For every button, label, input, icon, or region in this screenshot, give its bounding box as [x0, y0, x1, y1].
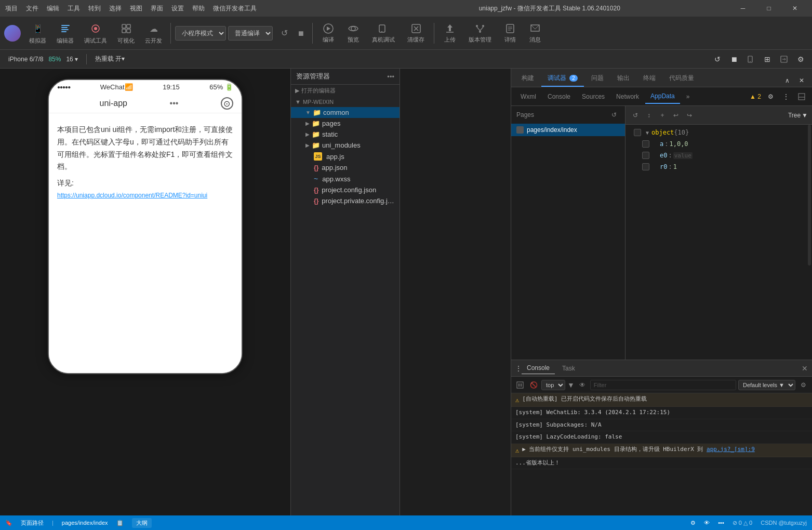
status-copy-icon[interactable]: 📋	[116, 520, 124, 526]
tab-terminal[interactable]: 终端	[637, 71, 662, 87]
page-item-index[interactable]: pages/index/index	[511, 124, 625, 136]
folder-static[interactable]: ▶ 📁 static	[291, 129, 400, 140]
tab-sources[interactable]: Sources	[577, 90, 610, 103]
phone-menu[interactable]: •••	[170, 99, 179, 108]
tab-console[interactable]: Console	[542, 90, 576, 103]
version-button[interactable]: 版本管理	[463, 20, 497, 46]
menu-view[interactable]: 视图	[130, 4, 142, 13]
tab-output[interactable]: 输出	[611, 71, 636, 87]
tree-checkbox-root[interactable]	[634, 129, 641, 136]
menu-settings[interactable]: 设置	[171, 4, 184, 13]
tab-code-quality[interactable]: 代码质量	[663, 71, 700, 87]
console-run-btn[interactable]	[514, 379, 526, 391]
tree-refresh-btn[interactable]: ↺	[630, 110, 641, 121]
pages-refresh-btn[interactable]: ↺	[608, 109, 620, 121]
file-project-config[interactable]: {} project.config.json	[291, 184, 400, 195]
stop-icon-btn[interactable]: ⏹	[727, 52, 741, 67]
cloud-button[interactable]: ☁ 云开发	[141, 19, 166, 47]
refresh-button[interactable]: ↺	[277, 26, 291, 41]
share-icon-btn[interactable]	[777, 52, 791, 67]
tree-value-e0[interactable]: value	[673, 152, 693, 159]
tree-view-dropdown[interactable]: Tree ▼	[788, 112, 808, 119]
status-eye-icon[interactable]: 👁	[704, 520, 710, 526]
hotreload-toggle[interactable]: 热重载 开▾	[91, 53, 129, 65]
tab-more[interactable]: »	[681, 90, 695, 103]
phone-home[interactable]: ⊙	[221, 97, 233, 110]
tree-checkbox-e0[interactable]	[642, 152, 649, 159]
console-top-select[interactable]: top	[541, 380, 565, 390]
tree-redo-btn[interactable]: ↪	[684, 110, 695, 121]
tree-value-r0[interactable]: 1	[673, 163, 677, 170]
close-button[interactable]: ✕	[783, 0, 807, 17]
file-app-wxss[interactable]: ~ app.wxss	[291, 173, 400, 184]
status-more-icon[interactable]: •••	[718, 520, 724, 526]
menu-file[interactable]: 文件	[26, 4, 38, 13]
code-link-1[interactable]: app.js?_[sm]:9	[707, 446, 755, 453]
console-inspect-btn[interactable]: 👁	[577, 379, 588, 391]
devtools-close-btn[interactable]: ✕	[795, 74, 808, 87]
tree-expand-root[interactable]: ▼	[643, 128, 651, 137]
stop-button[interactable]: ⏹	[294, 26, 308, 41]
explorer-more[interactable]: •••	[387, 73, 394, 81]
tree-checkbox-r0[interactable]	[642, 163, 649, 170]
minimize-button[interactable]: ─	[731, 0, 755, 17]
folder-uni-modules[interactable]: ▶ 📁 uni_modules	[291, 140, 400, 151]
menu-goto[interactable]: 转到	[88, 4, 101, 13]
file-project-private-config[interactable]: {} project.private.config.js...	[291, 195, 400, 206]
console-close-btn[interactable]: ✕	[802, 364, 808, 373]
menu-wechat[interactable]: 微信开发者工具	[213, 4, 257, 13]
menu-bar[interactable]: 项目 文件 编辑 工具 转到 选择 视图 界面 设置 帮助 微信开发者工具	[5, 4, 368, 13]
phone-icon-btn[interactable]	[743, 52, 758, 67]
compile-select[interactable]: 普通编译	[228, 26, 273, 41]
tab-debugger[interactable]: 调试器 2	[541, 71, 584, 87]
tree-value-a[interactable]: 1,0,0	[669, 140, 688, 148]
devtools-dock-btn[interactable]	[795, 90, 808, 103]
tree-add-btn[interactable]: +	[657, 110, 668, 121]
refresh-icon-btn[interactable]: ↺	[710, 52, 725, 67]
tab-network[interactable]: Network	[611, 90, 644, 103]
simulator-button[interactable]: 📱 模拟器	[25, 19, 50, 47]
console-levels-select[interactable]: Default levels ▼	[738, 380, 795, 390]
status-settings-icon[interactable]: ⚙	[690, 520, 696, 526]
settings-icon-btn[interactable]: ⚙	[793, 52, 808, 67]
console-settings-btn[interactable]: ⚙	[797, 379, 809, 391]
split-icon-btn[interactable]: ⊞	[760, 52, 775, 67]
mp-weixin-header[interactable]: ▼ MP-WEIXIN	[291, 97, 400, 107]
outline-section-label[interactable]: 大纲	[132, 518, 152, 528]
open-editors-header[interactable]: ▶ 打开的编辑器	[291, 85, 400, 97]
tab-wxml[interactable]: Wxml	[515, 90, 541, 103]
menu-select[interactable]: 选择	[109, 4, 122, 13]
menu-project[interactable]: 项目	[5, 4, 18, 13]
devtools-settings-btn[interactable]: ⚙	[764, 90, 777, 103]
upload-button[interactable]: 上传	[438, 20, 461, 46]
menu-tools[interactable]: 工具	[68, 4, 80, 13]
clear-cache-button[interactable]: 清缓存	[402, 20, 430, 46]
console-clear-btn[interactable]: 🚫	[528, 379, 539, 391]
tab-task[interactable]: Task	[557, 363, 580, 374]
tab-console-inner[interactable]: Console	[522, 362, 555, 374]
mode-select[interactable]: 小程序模式	[175, 26, 226, 41]
avatar[interactable]	[4, 25, 21, 42]
debugger-button[interactable]: 调试工具	[80, 19, 111, 47]
tree-undo-btn[interactable]: ↩	[670, 110, 682, 121]
preview-button[interactable]: 预览	[342, 20, 365, 46]
message-button[interactable]: 消息	[524, 20, 547, 46]
phone-link[interactable]: https://uniapp.dcloud.io/component/READM…	[57, 189, 233, 201]
devtools-more-btn[interactable]: ⋮	[780, 90, 792, 103]
console-drag-handle[interactable]: ⋮	[515, 365, 520, 372]
status-page-path[interactable]: pages/index/index	[62, 520, 108, 526]
tab-appdata[interactable]: AppData	[645, 89, 680, 104]
folder-pages[interactable]: ▶ 📁 pages	[291, 118, 400, 129]
tab-build[interactable]: 构建	[515, 71, 540, 87]
visualizer-button[interactable]: 可视化	[113, 19, 139, 47]
editor-button[interactable]: 编辑器	[52, 19, 78, 47]
console-filter-input[interactable]	[590, 380, 736, 390]
real-debug-button[interactable]: 真机调试	[367, 20, 400, 46]
menu-edit[interactable]: 编辑	[47, 4, 59, 13]
devtools-collapse-btn[interactable]: ∧	[781, 74, 793, 87]
menu-interface[interactable]: 界面	[151, 4, 163, 13]
tree-checkbox-a[interactable]	[642, 140, 649, 148]
tab-problems[interactable]: 问题	[585, 71, 610, 87]
window-controls[interactable]: ─ □ ✕	[731, 0, 807, 17]
file-app-js[interactable]: JS app.js	[291, 151, 400, 162]
